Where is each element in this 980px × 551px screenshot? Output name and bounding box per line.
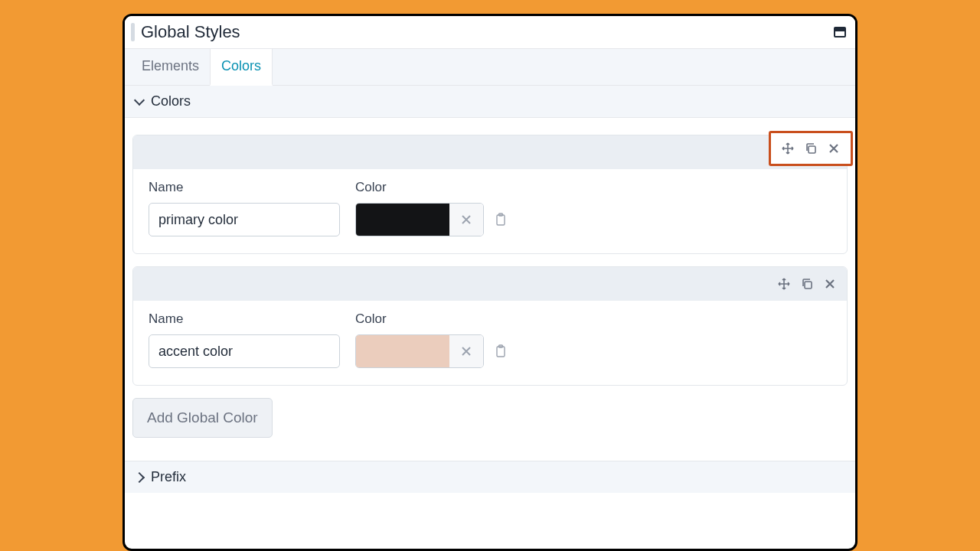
section-colors-body: Name Color [125,118,855,461]
section-prefix-label: Prefix [151,469,186,485]
clipboard-button[interactable] [495,344,507,358]
color-swatch[interactable] [356,335,449,367]
global-styles-panel: Global Styles Elements Colors Colors Nam… [122,14,858,551]
add-global-color-button[interactable]: Add Global Color [132,398,273,438]
tab-colors[interactable]: Colors [210,49,273,86]
chevron-down-icon [134,94,145,105]
x-icon [460,345,472,357]
svg-rect-1 [497,215,505,225]
color-swatch-wrap [355,203,484,236]
card-actions-highlighted [769,131,853,166]
color-card: Name Color [132,135,848,254]
copy-icon[interactable] [801,278,813,290]
close-icon[interactable] [828,142,840,155]
panel-header: Global Styles [125,16,855,49]
color-swatch-wrap [355,334,484,368]
color-card: Name Color [132,266,848,386]
section-colors-label: Colors [151,93,191,109]
drag-handle-icon[interactable] [131,23,135,41]
move-icon[interactable] [778,278,790,290]
chevron-right-icon [134,471,145,482]
color-swatch[interactable] [356,204,449,236]
maximize-icon[interactable] [834,27,846,37]
copy-icon[interactable] [805,142,817,155]
section-prefix-header[interactable]: Prefix [125,461,855,493]
clear-color-button[interactable] [449,204,483,236]
x-icon [460,214,472,226]
section-colors-header[interactable]: Colors [125,86,855,118]
card-header [133,267,847,301]
svg-rect-0 [808,146,815,153]
card-header [133,135,847,169]
close-icon[interactable] [824,278,836,290]
color-label: Color [355,311,507,327]
tabs: Elements Colors [125,49,855,86]
color-label: Color [355,180,507,195]
tab-elements[interactable]: Elements [131,49,210,85]
svg-rect-4 [497,347,505,357]
move-icon[interactable] [782,142,794,155]
clipboard-icon [495,213,507,227]
name-label: Name [149,180,340,195]
clipboard-icon [495,344,507,358]
name-label: Name [149,311,340,327]
clipboard-button[interactable] [495,213,507,227]
color-name-input[interactable] [149,334,340,368]
color-name-input[interactable] [149,203,340,236]
clear-color-button[interactable] [449,335,483,367]
svg-rect-3 [805,282,812,289]
card-actions [778,278,836,290]
panel-title: Global Styles [141,22,240,42]
